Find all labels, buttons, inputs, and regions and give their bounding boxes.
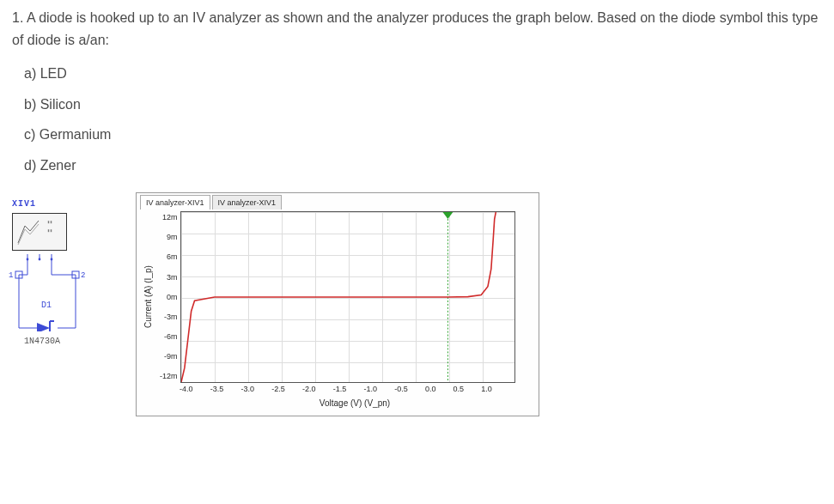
iv-analyzer-icon bbox=[12, 213, 67, 251]
ytick: 12m bbox=[162, 211, 178, 223]
xtick: -3.5 bbox=[210, 383, 224, 395]
tab-iv-analyzer-2[interactable]: IV analyzer-XIV1 bbox=[212, 195, 283, 209]
option-c: c) Germanium bbox=[24, 124, 822, 146]
y-axis-ticks: 12m 9m 6m 3m 0m -3m -6m -9m -12m bbox=[157, 211, 180, 383]
option-letter: c) bbox=[24, 127, 35, 142]
circuit-schematic: XIV1 bbox=[12, 192, 105, 326]
schematic-wires: 1 2 D1 1N4730A bbox=[12, 254, 82, 326]
figure-area: XIV1 bbox=[12, 192, 822, 417]
plot-area: Current (A) (I_p) 12m 9m 6m 3m 0m -3m -6… bbox=[140, 211, 535, 383]
part-number: 1N4730A bbox=[24, 335, 60, 349]
question-stem: 1. A diode is hooked up to an IV analyze… bbox=[12, 7, 822, 51]
xtick: -2.5 bbox=[271, 383, 285, 395]
component-ref: D1 bbox=[41, 299, 52, 313]
xtick: -2.0 bbox=[302, 383, 316, 395]
option-letter: b) bbox=[24, 97, 36, 112]
ytick: 0m bbox=[167, 291, 178, 303]
xtick: 1.0 bbox=[481, 383, 492, 395]
ytick: 9m bbox=[167, 231, 178, 243]
iv-curve-plot bbox=[180, 211, 515, 383]
ytick: -9m bbox=[164, 350, 178, 362]
svg-point-4 bbox=[39, 258, 41, 260]
option-letter: d) bbox=[24, 158, 36, 173]
cursor-marker-icon bbox=[442, 212, 453, 219]
xtick: -1.0 bbox=[363, 383, 377, 395]
xtick: -3.0 bbox=[240, 383, 254, 395]
xtick: 0.0 bbox=[425, 383, 436, 395]
instrument-ref: XIV1 bbox=[12, 197, 105, 211]
ytick: 6m bbox=[167, 251, 178, 263]
y-axis-label: Current (A) (I_p) bbox=[140, 211, 157, 383]
xtick: 0.5 bbox=[454, 383, 465, 395]
question-body: A diode is hooked up to an IV analyzer a… bbox=[12, 10, 818, 47]
xtick: -4.0 bbox=[180, 383, 193, 395]
chart-tabs: IV analyzer-XIV1 IV analyzer-XIV1 bbox=[140, 195, 535, 209]
ytick: -12m bbox=[160, 370, 178, 382]
option-text: Germanium bbox=[40, 127, 112, 142]
xtick: -1.5 bbox=[333, 383, 347, 395]
option-text: Silicon bbox=[40, 97, 81, 112]
option-text: Zener bbox=[40, 158, 76, 173]
x-axis-ticks: -4.0 -3.5 -3.0 -2.5 -2.0 -1.5 -1.0 -0.5 … bbox=[140, 383, 492, 395]
ytick: -6m bbox=[164, 331, 178, 343]
pin-1-label: 1 bbox=[9, 270, 13, 282]
option-b: b) Silicon bbox=[24, 94, 822, 116]
ytick: 3m bbox=[167, 271, 178, 283]
answer-options: a) LED b) Silicon c) Germanium d) Zener bbox=[12, 63, 822, 176]
option-d: d) Zener bbox=[24, 155, 822, 177]
xtick: -0.5 bbox=[394, 383, 408, 395]
option-a: a) LED bbox=[24, 63, 822, 85]
question-number: 1. bbox=[12, 10, 23, 25]
tab-iv-analyzer-1[interactable]: IV analyzer-XIV1 bbox=[140, 195, 210, 209]
option-letter: a) bbox=[24, 66, 36, 81]
option-text: LED bbox=[40, 66, 67, 81]
svg-marker-14 bbox=[37, 323, 50, 331]
pin-2-label: 2 bbox=[81, 270, 85, 282]
iv-chart-panel: IV analyzer-XIV1 IV analyzer-XIV1 Curren… bbox=[136, 192, 539, 417]
iv-curve bbox=[181, 212, 496, 382]
ytick: -3m bbox=[164, 311, 178, 323]
x-axis-label: Voltage (V) (V_pn) bbox=[140, 397, 535, 410]
